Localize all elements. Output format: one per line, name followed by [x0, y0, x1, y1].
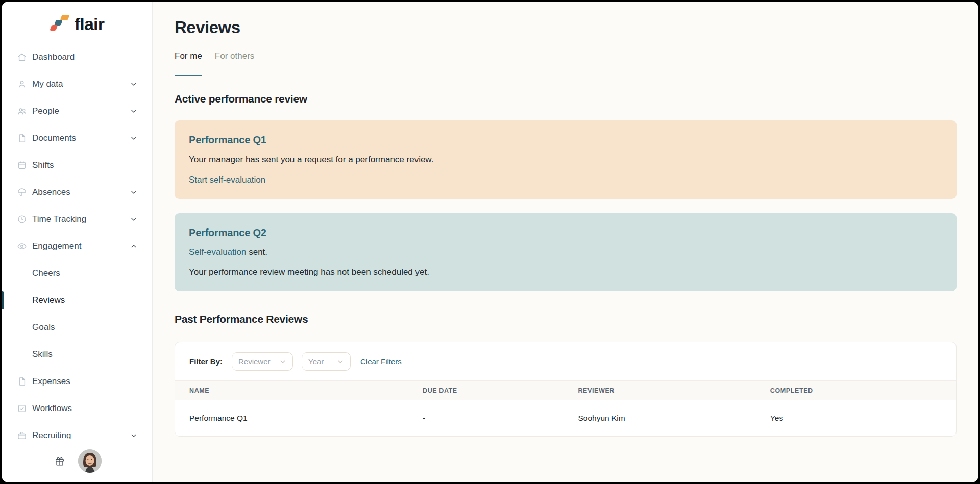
year-filter-select[interactable]: Year [302, 352, 351, 371]
review-due-date: - [423, 400, 578, 436]
home-icon [17, 52, 27, 62]
sidebar-item-my-data[interactable]: My data [2, 70, 152, 97]
column-header-due-date: DUE DATE [423, 381, 578, 400]
chevron-up-icon [130, 242, 138, 250]
sidebar-item-people[interactable]: People [2, 97, 152, 124]
sidebar-item-label: Shifts [32, 160, 54, 170]
logo-text: flair [75, 14, 104, 34]
checkbox-icon [17, 403, 27, 414]
tab-for-others[interactable]: For others [215, 51, 254, 76]
sidebar-item-absences[interactable]: Absences [2, 179, 152, 206]
card-title: Performance Q1 [189, 134, 942, 146]
sidebar-item-cheers[interactable]: Cheers [2, 260, 152, 287]
sidebar-item-time-tracking[interactable]: Time Tracking [2, 206, 152, 233]
sidebar-item-label: Skills [32, 349, 53, 360]
logo[interactable]: flair [2, 2, 152, 36]
sidebar-item-label: Recruiting [32, 430, 71, 439]
sidebar-item-workflows[interactable]: Workflows [2, 395, 152, 422]
sidebar-footer [2, 439, 152, 482]
app-window: flair Dashboard My data [2, 2, 978, 482]
sidebar-item-label: My data [32, 79, 63, 89]
chevron-down-icon [130, 431, 138, 439]
filter-bar: Filter By: Reviewer Year Clear Filters [175, 342, 956, 380]
past-reviews-card: Filter By: Reviewer Year Clear Filters [175, 342, 957, 437]
review-completed: Yes [770, 400, 956, 436]
year-filter-value: Year [308, 357, 324, 366]
table-header-row: NAME DUE DATE REVIEWER COMPLETED [175, 381, 956, 400]
sidebar-item-documents[interactable]: Documents [2, 124, 152, 151]
sidebar-item-label: Engagement [32, 241, 81, 251]
active-indicator [2, 291, 4, 309]
sidebar-item-label: Cheers [32, 268, 60, 278]
page-title: Reviews [175, 18, 957, 37]
reviewer-filter-select[interactable]: Reviewer [232, 352, 293, 371]
card-body: Your performance review meeting has not … [189, 267, 942, 277]
past-section-heading: Past Performance Reviews [175, 313, 957, 325]
column-header-reviewer: REVIEWER [578, 381, 770, 400]
sidebar-nav: Dashboard My data People [2, 36, 152, 439]
reviewer-filter-value: Reviewer [238, 357, 271, 366]
chevron-down-icon [130, 80, 138, 88]
sidebar-item-goals[interactable]: Goals [2, 314, 152, 341]
document-icon [17, 376, 27, 387]
eye-icon [17, 241, 27, 251]
review-reviewer: Soohyun Kim [578, 400, 770, 436]
sidebar-item-dashboard[interactable]: Dashboard [2, 43, 152, 70]
chevron-down-icon [130, 107, 138, 115]
users-icon [17, 106, 27, 116]
filter-by-label: Filter By: [189, 357, 223, 366]
sidebar-item-label: Time Tracking [32, 214, 86, 224]
card-body: Your manager has sent you a request for … [189, 155, 942, 165]
sidebar-item-label: Reviews [32, 295, 65, 305]
sidebar-item-label: Expenses [32, 376, 70, 387]
card-title: Performance Q2 [189, 227, 942, 239]
sidebar-item-label: Documents [32, 133, 76, 143]
column-header-name: NAME [175, 381, 423, 400]
chevron-down-icon [337, 358, 344, 365]
sidebar-item-skills[interactable]: Skills [2, 341, 152, 368]
umbrella-icon [17, 187, 27, 197]
clock-icon [17, 214, 27, 224]
column-header-completed: COMPLETED [770, 381, 956, 400]
main-content: Reviews For me For others Active perform… [153, 2, 978, 482]
chevron-down-icon [130, 134, 138, 142]
self-evaluation-link[interactable]: Self-evaluation [189, 247, 246, 257]
sidebar-item-shifts[interactable]: Shifts [2, 151, 152, 179]
clear-filters-link[interactable]: Clear Filters [360, 357, 402, 366]
tab-for-me[interactable]: For me [175, 51, 202, 76]
sidebar-item-label: Goals [32, 322, 55, 333]
sidebar-item-recruiting[interactable]: Recruiting [2, 422, 152, 439]
start-self-evaluation-link[interactable]: Start self-evaluation [189, 175, 265, 185]
table-row[interactable]: Performance Q1 - Soohyun Kim Yes [175, 400, 956, 436]
active-section-heading: Active performance review [175, 93, 957, 105]
flair-logo-icon [50, 13, 70, 35]
sidebar-item-reviews[interactable]: Reviews [2, 287, 152, 314]
briefcase-icon [17, 430, 27, 439]
sidebar-item-label: Workflows [32, 403, 72, 414]
past-reviews-table: NAME DUE DATE REVIEWER COMPLETED Perform… [175, 380, 956, 436]
performance-q1-card: Performance Q1 Your manager has sent you… [175, 120, 957, 199]
chevron-down-icon [279, 358, 286, 365]
user-avatar[interactable] [78, 449, 102, 473]
document-icon [17, 133, 27, 143]
gift-icon[interactable] [54, 455, 66, 467]
review-name-link[interactable]: Performance Q1 [175, 400, 423, 436]
sidebar-item-engagement[interactable]: Engagement [2, 233, 152, 260]
sidebar-item-label: People [32, 106, 59, 116]
performance-q2-card: Performance Q2 Self-evaluation sent. You… [175, 213, 957, 291]
sidebar-item-expenses[interactable]: Expenses [2, 368, 152, 395]
after-link-text: sent. [249, 247, 267, 257]
tabs: For me For others [175, 51, 957, 76]
card-body: Self-evaluation sent. [189, 247, 942, 258]
chevron-down-icon [130, 215, 138, 223]
sidebar: flair Dashboard My data [2, 2, 153, 482]
chevron-down-icon [130, 188, 138, 196]
sidebar-item-label: Dashboard [32, 52, 75, 62]
sidebar-item-label: Absences [32, 187, 70, 197]
calendar-icon [17, 160, 27, 170]
user-icon [17, 79, 27, 89]
